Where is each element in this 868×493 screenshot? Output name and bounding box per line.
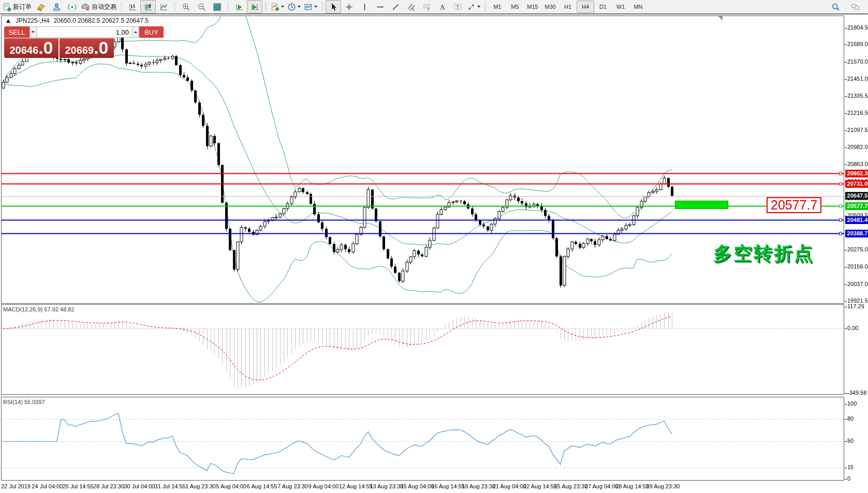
time-axis-label: 25 Jul 14:55: [63, 483, 94, 489]
metaeditor-icon: [37, 3, 46, 11]
turning-point-annotation[interactable]: 多空转折点: [713, 241, 814, 266]
time-axis-label: 5 Aug 04:00: [216, 483, 247, 489]
time-axis-label: 12 Aug 14:55: [339, 483, 373, 489]
time-axis-label: 22 Aug 14:55: [523, 483, 557, 489]
toolbar-groups: 新订单自动交易EFATM1M5M15M30H1H4D1W1MN: [0, 0, 648, 13]
time-axis-label: 1 Aug 23:30: [185, 483, 216, 489]
arrows-icon: [467, 3, 476, 11]
sell-price-button[interactable]: 20646.0: [4, 38, 58, 58]
time-axis-label: 27 Aug 04:00: [585, 483, 619, 489]
chart-title-bar: JPN225-,H4 20650.0 20682.5 20627.5 20647…: [6, 17, 149, 24]
price-tag: 20388.7: [845, 230, 868, 237]
price-level-callout[interactable]: 20577.7: [767, 197, 821, 213]
chart-shift-button[interactable]: [247, 0, 262, 13]
sell-button[interactable]: SELL: [4, 26, 30, 38]
time-axis-label: 9 Aug 04:00: [308, 483, 339, 489]
autotrading-button[interactable]: 自动交易: [80, 0, 118, 13]
toolbar-separator: [227, 2, 229, 11]
tile-windows-button[interactable]: [209, 0, 225, 13]
toolbar-group: [268, 0, 320, 13]
axis-label: 117.29: [847, 303, 864, 309]
periods-button[interactable]: [286, 0, 302, 13]
time-axis-label: 28 Jul 23:30: [93, 483, 124, 489]
cursor-button[interactable]: [326, 0, 341, 13]
buy-price-button[interactable]: 20669.0: [60, 38, 114, 58]
axis-label: 20275.0: [847, 246, 868, 252]
axis-label: 21097.5: [847, 127, 868, 133]
hline-button[interactable]: [372, 0, 388, 13]
axis-label: 21570.0: [847, 58, 868, 65]
time-axis-label: 16 Aug 14:55: [431, 483, 465, 489]
text-button[interactable]: A: [434, 0, 450, 13]
timeframe-m30-button[interactable]: M30: [541, 1, 559, 13]
auto-scroll-button[interactable]: [231, 0, 247, 13]
toolbar-button-label: 新订单: [13, 3, 32, 11]
svg-text:F: F: [428, 8, 430, 11]
search-button[interactable]: [828, 0, 843, 13]
crosshair-button[interactable]: [341, 0, 357, 13]
axis-label: 21689.0: [847, 41, 868, 47]
timeframe-mn-button[interactable]: MN: [629, 1, 647, 13]
search-icon: [831, 3, 840, 11]
auto-scroll-icon: [235, 3, 244, 11]
time-axis-label: 21 Aug 04:00: [493, 483, 526, 489]
label-button[interactable]: T: [450, 0, 465, 13]
profile-icon: [52, 3, 61, 11]
arrows-button[interactable]: [465, 0, 482, 13]
ohlc-values: 20650.0 20682.5 20627.5 20647.5: [53, 17, 149, 24]
chat-button[interactable]: [847, 0, 863, 13]
chart-shift-icon: [251, 3, 259, 11]
axis-label: 100: [847, 400, 857, 407]
svg-text:A: A: [439, 3, 445, 11]
timeframe-m1-button[interactable]: M1: [489, 1, 506, 13]
profile-button[interactable]: [49, 0, 64, 13]
vline-button[interactable]: [357, 0, 372, 13]
timeframe-m15-button[interactable]: M15: [524, 1, 541, 13]
time-axis-label: 30 Jul 04:00: [124, 483, 155, 489]
timeframe-h1-button[interactable]: H1: [559, 1, 577, 13]
volume-decrease-button[interactable]: [30, 26, 37, 38]
volume-increase-button[interactable]: [132, 26, 139, 38]
chat-icon: [851, 3, 860, 11]
metaeditor-button[interactable]: [33, 0, 49, 13]
axis-label: 80: [847, 415, 854, 422]
symbol-period-label: JPN225-,H4: [16, 17, 49, 24]
axis-label: 20982.0: [847, 144, 868, 150]
fibonacci-button[interactable]: F: [419, 0, 434, 13]
candlestick-button[interactable]: [140, 0, 156, 13]
time-axis-label: 25 Aug 23:30: [554, 483, 587, 489]
volume-input[interactable]: [37, 26, 132, 38]
axis-label: 21335.5: [847, 93, 868, 99]
caret-down-icon: [477, 6, 480, 8]
templates-button[interactable]: [302, 0, 319, 13]
timeframe-h4-button[interactable]: H4: [577, 1, 594, 13]
macd-indicator-label: MACD(12,26,9) 57.92 48.82: [3, 306, 75, 312]
line-chart-button[interactable]: [156, 0, 171, 13]
zoom-in-button[interactable]: [178, 0, 194, 13]
caret-up-icon: [134, 31, 137, 33]
one-click-trading-panel: SELL BUY 20646.0 20669.0: [4, 26, 114, 58]
timeframe-d1-button[interactable]: D1: [594, 1, 612, 13]
templates-icon: [304, 3, 313, 11]
tile-windows-icon: [213, 3, 222, 11]
bar-chart-button[interactable]: [125, 0, 140, 13]
timeframe-m5-button[interactable]: M5: [506, 1, 524, 13]
line-chart-icon: [159, 3, 168, 11]
channel-button[interactable]: E: [403, 0, 419, 13]
indicators-button[interactable]: [269, 0, 286, 13]
caret-down-icon: [281, 6, 284, 8]
axis-label: 21451.0: [847, 76, 868, 82]
price-tag: 20647.5: [845, 192, 868, 200]
timeframe-w1-button[interactable]: W1: [612, 1, 629, 13]
new-order-button[interactable]: 新订单: [1, 0, 33, 13]
price-tag: 20802.3: [845, 170, 868, 177]
signals-button[interactable]: [64, 0, 80, 13]
trendline-button[interactable]: [388, 0, 403, 13]
toolbar-group: [124, 0, 172, 13]
hline-icon: [376, 3, 385, 11]
buy-button[interactable]: BUY: [139, 26, 164, 38]
chart-shift-marker[interactable]: [718, 16, 723, 21]
collapse-icon[interactable]: [6, 19, 10, 23]
zoom-out-button[interactable]: [194, 0, 209, 13]
caret-down-icon: [32, 31, 35, 33]
